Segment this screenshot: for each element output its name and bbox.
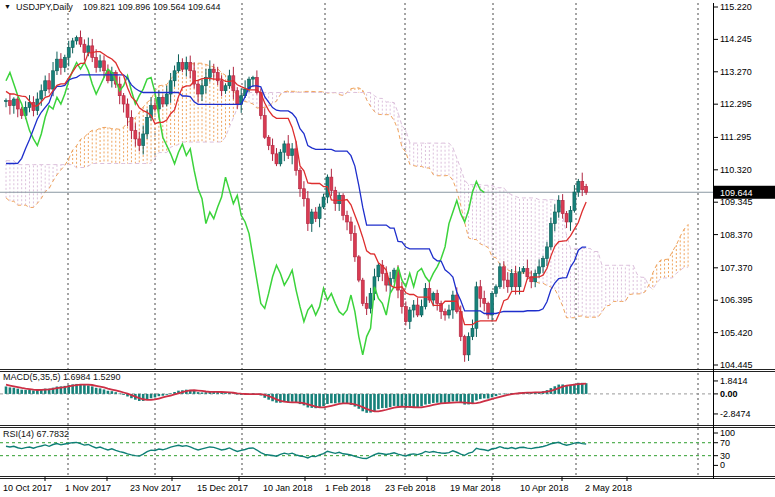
price-axis[interactable] <box>713 0 775 476</box>
chart-window: ▼USDJPY,Daily109.821 109.896 109.564 109… <box>0 0 775 497</box>
chikou-span-line <box>6 62 484 354</box>
chart-canvas[interactable]: 115.220114.245113.270112.295111.295110.3… <box>0 0 775 497</box>
time-axis[interactable] <box>0 476 775 497</box>
main-panel <box>0 31 713 362</box>
macd-panel <box>5 383 588 413</box>
